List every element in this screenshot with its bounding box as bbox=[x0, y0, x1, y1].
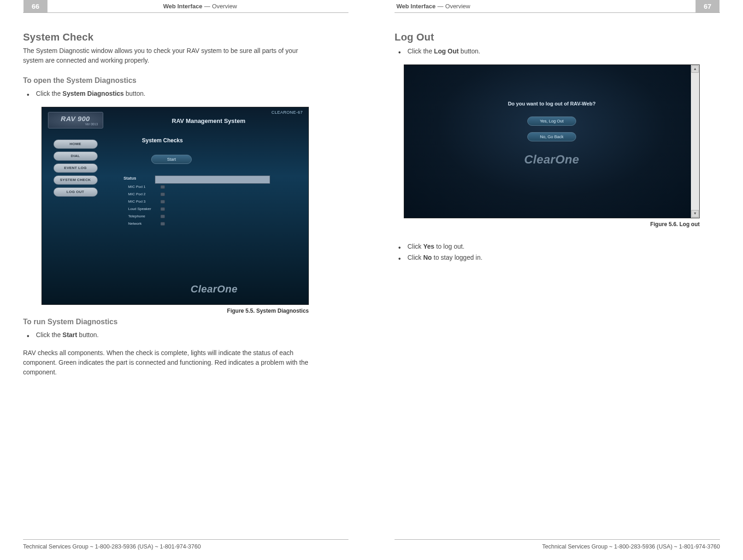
page-66: 66 Web Interface — Overview System Check… bbox=[0, 0, 372, 560]
text-pre: Click the bbox=[407, 47, 434, 55]
text-post: button. bbox=[77, 331, 99, 338]
open-diag-steps: Click the System Diagnostics button. bbox=[23, 88, 348, 99]
run-diag-steps: Click the Start button. bbox=[23, 330, 348, 341]
header-light: Overview bbox=[445, 3, 470, 10]
logout-steps-1: Click the Log Out button. bbox=[395, 46, 720, 57]
text-pre: Click bbox=[407, 243, 423, 250]
rav-status-list: MIC Pod 1 MIC Pod 2 MIC Pod 3 Loud Speak… bbox=[128, 183, 303, 228]
rav-status-label: MIC Pod 1 bbox=[128, 185, 160, 189]
clearone-brand: ClearOne bbox=[524, 152, 579, 167]
text-post: to log out. bbox=[434, 243, 464, 250]
rav-status-row: Telephone bbox=[128, 213, 303, 220]
text-bold: Start bbox=[63, 331, 77, 338]
rav-status-row: MIC Pod 2 bbox=[128, 191, 303, 198]
rav-nav-home[interactable]: HOME bbox=[53, 140, 98, 149]
rav-nav-logout[interactable]: LOG OUT bbox=[53, 187, 98, 197]
rav-nav-dial[interactable]: DIAL bbox=[53, 152, 98, 161]
footer-left: Technical Services Group ~ 1-800-283-593… bbox=[23, 539, 348, 550]
led-icon bbox=[160, 192, 165, 196]
page-header-right: Web Interface — Overview 67 bbox=[395, 0, 720, 13]
text-pre: Click the bbox=[36, 331, 63, 338]
text-pre: Click the bbox=[36, 90, 63, 97]
run-diag-body: RAV checks all components. When the chec… bbox=[23, 348, 318, 377]
rav-status-row: MIC Pod 1 bbox=[128, 183, 303, 191]
rav-status-row: MIC Pod 3 bbox=[128, 198, 303, 205]
led-icon bbox=[160, 207, 165, 211]
rav-sidebar: RAV 900 Ver 0013 HOME DIAL EVENT LOG SYS… bbox=[42, 107, 109, 304]
text-post: button. bbox=[124, 90, 146, 97]
page-header-title: Web Interface — Overview bbox=[52, 0, 348, 12]
logout-screenshot: ▲ ▼ Do you want to log out of RAV-Web? Y… bbox=[404, 64, 700, 218]
rav-nav-systemcheck[interactable]: SYSTEM CHECK bbox=[53, 175, 98, 185]
rav-logo: RAV 900 Ver 0013 bbox=[48, 112, 103, 128]
logout-question: Do you want to log out of RAV-Web? bbox=[508, 101, 596, 106]
rav-status-label: MIC Pod 2 bbox=[128, 192, 160, 196]
page-number: 66 bbox=[23, 0, 48, 12]
section-logout-title: Log Out bbox=[395, 31, 720, 43]
text-post: to stay logged in. bbox=[432, 254, 483, 261]
page-header-title: Web Interface — Overview bbox=[395, 0, 691, 12]
figure-5-5-caption: Figure 5.5. System Diagnostics bbox=[41, 308, 309, 314]
rav-status-label: Loud Speaker bbox=[128, 207, 160, 211]
text-bold: System Diagnostics bbox=[63, 90, 124, 97]
rav-start-button[interactable]: Start bbox=[151, 155, 192, 164]
header-strong: Web Interface bbox=[396, 3, 436, 10]
text-pre: Click bbox=[407, 254, 423, 261]
open-diag-heading: To open the System Diagnostics bbox=[23, 76, 348, 85]
rav-title: RAV Management System bbox=[114, 117, 303, 124]
text-bold: Yes bbox=[423, 243, 434, 250]
footer-right: Technical Services Group ~ 1-800-283-593… bbox=[395, 539, 720, 550]
rav-status-row: Loud Speaker bbox=[128, 205, 303, 213]
page-67: Web Interface — Overview 67 Log Out Clic… bbox=[372, 0, 743, 560]
section-system-check-title: System Check bbox=[23, 31, 348, 43]
scroll-down-icon[interactable]: ▼ bbox=[691, 210, 699, 217]
logout-steps-2: Click Yes to log out. Click No to stay l… bbox=[395, 241, 720, 263]
logout-step-1: Click the Log Out button. bbox=[395, 46, 720, 57]
open-diag-step-1: Click the System Diagnostics button. bbox=[23, 88, 348, 99]
rav-nav-eventlog[interactable]: EVENT LOG bbox=[53, 163, 98, 173]
scrollbar[interactable]: ▲ ▼ bbox=[691, 65, 699, 218]
rav-status-label: MIC Pod 3 bbox=[128, 199, 160, 204]
header-strong: Web Interface bbox=[163, 3, 202, 10]
page-header-left: 66 Web Interface — Overview bbox=[23, 0, 348, 13]
rav-status-row: Network bbox=[128, 220, 303, 228]
rav-device-label: CLEARONE-67 bbox=[114, 110, 303, 115]
header-sep: — bbox=[437, 3, 443, 10]
rav-logo-small: Ver 0013 bbox=[85, 122, 98, 126]
led-icon bbox=[160, 200, 165, 204]
text-post: button. bbox=[459, 47, 480, 55]
figure-5-5: RAV 900 Ver 0013 HOME DIAL EVENT LOG SYS… bbox=[41, 107, 348, 314]
text-bold: No bbox=[423, 254, 432, 261]
system-check-intro: The System Diagnostic window allows you … bbox=[23, 46, 318, 65]
logout-no-button[interactable]: No, Go Back bbox=[527, 132, 576, 141]
rav-status-label: Telephone bbox=[128, 214, 160, 218]
scroll-up-icon[interactable]: ▲ bbox=[691, 65, 699, 73]
rav-logo-big: RAV 900 bbox=[61, 115, 90, 122]
logout-yes-button[interactable]: Yes, Log Out bbox=[527, 117, 576, 126]
led-icon bbox=[160, 215, 165, 218]
page-number: 67 bbox=[695, 0, 720, 12]
rav-checks-header: System Checks bbox=[142, 137, 303, 144]
figure-5-6: ▲ ▼ Do you want to log out of RAV-Web? Y… bbox=[404, 64, 720, 218]
clearone-brand: ClearOne bbox=[114, 283, 314, 295]
figure-5-6-caption: Figure 5.6. Log out bbox=[404, 221, 700, 228]
header-sep: — bbox=[204, 3, 210, 10]
logout-step-2: Click Yes to log out. bbox=[395, 241, 720, 252]
rav-status-bar bbox=[155, 175, 270, 184]
run-diag-step-1: Click the Start button. bbox=[23, 330, 348, 341]
led-icon bbox=[160, 222, 165, 226]
logout-step-3: Click No to stay logged in. bbox=[395, 252, 720, 263]
led-icon bbox=[160, 185, 165, 189]
text-bold: Log Out bbox=[434, 47, 459, 55]
rav-screenshot: RAV 900 Ver 0013 HOME DIAL EVENT LOG SYS… bbox=[41, 107, 309, 305]
rav-main: CLEARONE-67 RAV Management System System… bbox=[109, 107, 308, 304]
run-diag-heading: To run System Diagnostics bbox=[23, 318, 348, 326]
rav-status-label: Network bbox=[128, 222, 160, 226]
header-light: Overview bbox=[212, 3, 237, 10]
